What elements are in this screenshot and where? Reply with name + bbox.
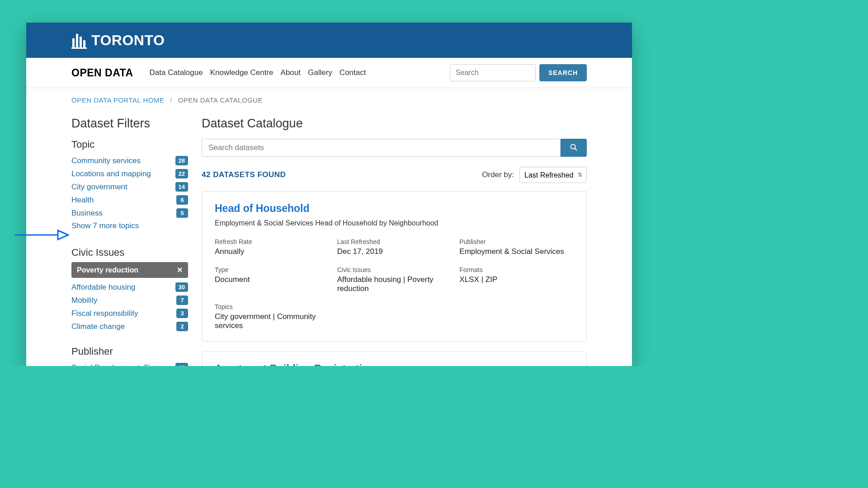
active-filter-label: Poverty reduction — [77, 266, 138, 274]
filter-count: 7 — [176, 296, 188, 305]
svg-rect-4 — [80, 37, 82, 48]
filter-count: 11 — [175, 363, 188, 366]
svg-point-7 — [571, 144, 576, 149]
meta-key: Refresh Rate — [215, 238, 329, 245]
meta-val: City government | Community services — [215, 312, 329, 330]
show-more-topics[interactable]: Show 7 more topics — [71, 220, 188, 232]
search-icon — [570, 144, 577, 152]
top-search-input[interactable] — [450, 64, 536, 81]
nav-link-about[interactable]: About — [281, 68, 301, 77]
filter-civic-affordable-housing[interactable]: Affordable housing — [71, 283, 135, 292]
results-count: 42 DATASETS FOUND — [202, 170, 286, 179]
filter-publisher-social-development[interactable]: Social Development, Finance... — [71, 363, 166, 366]
breadcrumb-current: OPEN DATA CATALOGUE — [178, 96, 263, 104]
breadcrumb-separator: / — [170, 96, 172, 104]
filter-topic-locations-mapping[interactable]: Locations and mapping — [71, 169, 151, 178]
remove-filter-icon[interactable]: ✕ — [177, 266, 183, 274]
nav-link-data-catalogue[interactable]: Data Catalogue — [150, 68, 203, 77]
active-filter-poverty-reduction[interactable]: Poverty reduction ✕ — [71, 262, 188, 278]
filter-count: 2 — [176, 322, 188, 331]
site-title: OPEN DATA — [71, 67, 133, 79]
dataset-card: Apartment Building Registration — [202, 352, 587, 366]
filter-topic-business[interactable]: Business — [71, 209, 103, 218]
filter-heading-publisher: Publisher — [71, 346, 188, 357]
svg-rect-3 — [76, 34, 78, 48]
filter-civic-climate-change[interactable]: Climate change — [71, 322, 125, 331]
meta-key: Publisher — [459, 238, 574, 245]
filter-civic-fiscal-responsibility[interactable]: Fiscal responsibility — [71, 309, 138, 318]
dataset-description: Employment & Social Services Head of Hou… — [215, 219, 574, 227]
filter-count: 6 — [176, 195, 188, 205]
filter-heading-topic: Topic — [71, 139, 188, 150]
dataset-card: Head of Household Employment & Social Se… — [202, 191, 587, 342]
dataset-title-link[interactable]: Head of Household — [215, 202, 574, 215]
top-search-button[interactable]: SEARCH — [539, 64, 587, 81]
filter-count: 3 — [176, 309, 188, 318]
meta-key: Formats — [459, 266, 574, 273]
svg-marker-1 — [58, 230, 68, 239]
svg-line-8 — [575, 148, 577, 150]
nav-link-contact[interactable]: Contact — [340, 68, 366, 77]
nav-bar: OPEN DATA Data Catalogue Knowledge Centr… — [26, 58, 632, 88]
toronto-logo-icon — [71, 31, 87, 49]
nav-link-gallery[interactable]: Gallery — [308, 68, 332, 77]
filters-title: Dataset Filters — [71, 117, 188, 131]
breadcrumb: OPEN DATA PORTAL HOME / OPEN DATA CATALO… — [26, 88, 632, 108]
svg-rect-5 — [83, 40, 85, 48]
dataset-search-button[interactable] — [561, 139, 587, 157]
meta-val: Employment & Social Services — [459, 247, 574, 256]
meta-val: Document — [215, 275, 329, 284]
dataset-title-link[interactable]: Apartment Building Registration — [215, 363, 574, 366]
meta-key: Civic Issues — [337, 266, 452, 273]
filter-count: 5 — [176, 208, 188, 218]
svg-rect-2 — [72, 38, 75, 48]
filter-topic-health[interactable]: Health — [71, 196, 94, 205]
meta-val: Dec 17, 2019 — [337, 247, 452, 256]
dataset-search-input[interactable] — [202, 139, 561, 157]
pointer-arrow-annotation — [15, 228, 69, 244]
logo: Toronto — [71, 31, 165, 49]
filter-count: 30 — [175, 282, 188, 292]
meta-val: Affordable housing | Poverty reduction — [337, 275, 452, 293]
meta-key: Topics — [215, 303, 329, 310]
meta-val: XLSX | ZIP — [459, 275, 574, 284]
svg-rect-6 — [71, 47, 87, 49]
filter-count: 22 — [175, 169, 188, 178]
meta-key: Last Refreshed — [337, 238, 452, 245]
filter-topic-community-services[interactable]: Community services — [71, 156, 141, 165]
orderby-select[interactable]: Last Refreshed — [519, 167, 587, 183]
meta-key: Type — [215, 266, 329, 273]
catalogue-title: Dataset Catalogue — [202, 117, 587, 131]
filter-topic-city-government[interactable]: City government — [71, 183, 127, 192]
app-window: Toronto OPEN DATA Data Catalogue Knowled… — [26, 23, 632, 366]
nav-links: Data Catalogue Knowledge Centre About Ga… — [150, 68, 366, 77]
filter-civic-mobility[interactable]: Mobility — [71, 296, 98, 305]
orderby-label: Order by: — [482, 170, 514, 179]
brand-header: Toronto — [26, 23, 632, 58]
breadcrumb-home[interactable]: OPEN DATA PORTAL HOME — [71, 96, 165, 104]
filter-count: 28 — [175, 156, 188, 165]
meta-val: Annually — [215, 247, 329, 256]
filters-sidebar: Dataset Filters Topic Community services… — [71, 117, 188, 366]
logo-text: Toronto — [91, 32, 165, 49]
filter-heading-civic-issues: Civic Issues — [71, 247, 188, 258]
catalogue-content: Dataset Catalogue 42 DATASETS FOUND Orde… — [202, 117, 587, 366]
filter-count: 14 — [175, 182, 188, 192]
nav-link-knowledge-centre[interactable]: Knowledge Centre — [210, 68, 274, 77]
